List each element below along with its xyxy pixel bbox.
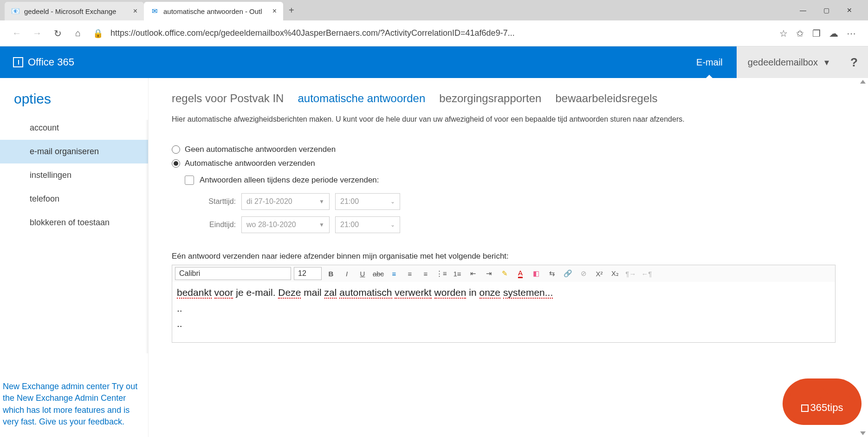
- outdent-button[interactable]: ⇤: [466, 267, 479, 280]
- editor-toolbar: Calibri 12 B I U abc ≡ ≡ ≡ ⋮≡ 1≡ ⇤ ⇥ ✎ A…: [172, 265, 835, 282]
- page-description: Hier automatische afwezigheidsberichten …: [172, 115, 849, 124]
- chevron-down-icon: ⌄: [390, 198, 395, 205]
- insert-link-button[interactable]: 🔗: [561, 267, 574, 280]
- tab-bezorgingsrapporten[interactable]: bezorgingsrapporten: [439, 92, 541, 105]
- superscript-button[interactable]: X²: [593, 267, 606, 280]
- rich-text-editor: Calibri 12 B I U abc ≡ ≡ ≡ ⋮≡ 1≡ ⇤ ⇥ ✎ A…: [172, 265, 836, 343]
- back-button[interactable]: ←: [6, 23, 27, 44]
- chevron-down-icon: ▼: [319, 222, 324, 228]
- bold-button[interactable]: B: [324, 267, 337, 280]
- radio-on[interactable]: Automatische antwoorden verzenden: [172, 159, 849, 168]
- number-list-button[interactable]: 1≡: [451, 267, 464, 280]
- scrollbar[interactable]: [859, 78, 867, 437]
- align-right-button[interactable]: ≡: [419, 267, 432, 280]
- sidebar-item-instellingen[interactable]: instellingen: [0, 163, 148, 187]
- editor-body[interactable]: bedankt voor je e-mail. Deze mail zal au…: [172, 282, 835, 342]
- indent-button[interactable]: ⇥: [482, 267, 495, 280]
- url-bar[interactable]: 🔒 https://outlook.office.com/ecp/gedeeld…: [93, 28, 775, 39]
- forward-button[interactable]: →: [27, 23, 47, 44]
- lock-icon: 🔒: [93, 28, 103, 39]
- office365-logo[interactable]: Office 365: [0, 56, 87, 68]
- start-label: Starttijd:: [199, 197, 236, 206]
- scroll-down-icon: [860, 431, 866, 435]
- end-date-select[interactable]: wo 28-10-2020 ▼: [241, 216, 330, 233]
- editor-label: Eén antwoord verzenden naar iedere afzen…: [172, 252, 849, 261]
- close-window-icon[interactable]: ✕: [845, 7, 854, 14]
- close-icon[interactable]: ×: [133, 7, 137, 15]
- align-center-button[interactable]: ≡: [403, 267, 416, 280]
- tab-title: gedeeld - Microsoft Exchange: [24, 7, 129, 15]
- chevron-down-icon: ▼: [319, 198, 324, 205]
- new-tab-button[interactable]: +: [283, 5, 300, 16]
- radio-off[interactable]: Geen automatische antwoorden verzenden: [172, 145, 849, 154]
- sidebar: opties account e-mail organiseren instel…: [0, 78, 149, 437]
- sidebar-footer-link[interactable]: New Exchange admin center Try out the Ne…: [3, 381, 139, 428]
- font-size-select[interactable]: 12: [294, 267, 322, 280]
- radio-checked-icon: [172, 159, 180, 168]
- window-controls: — ▢ ✕: [798, 7, 863, 14]
- office-icon: [801, 404, 809, 412]
- browser-tab-1[interactable]: ✉ automatische antwoorden - Outl ×: [144, 2, 283, 20]
- start-time-select[interactable]: 21:00 ⌄: [335, 193, 400, 210]
- font-name-select[interactable]: Calibri: [175, 267, 291, 280]
- maximize-icon[interactable]: ▢: [822, 7, 831, 14]
- rtl-button[interactable]: ←¶: [640, 267, 653, 280]
- header-user-menu[interactable]: gedeeldemailbox ▾: [737, 46, 840, 78]
- content-tabs: regels voor Postvak IN automatische antw…: [172, 92, 849, 105]
- office-icon: [13, 57, 23, 67]
- end-time-row: Eindtijd: wo 28-10-2020 ▼ 21:00 ⌄: [199, 216, 849, 233]
- browser-tab-0[interactable]: 📧 gedeeld - Microsoft Exchange ×: [5, 2, 144, 20]
- scroll-up-icon: [860, 80, 866, 84]
- browser-nav-bar: ← → ↻ ⌂ 🔒 https://outlook.office.com/ecp…: [0, 20, 868, 46]
- refresh-button[interactable]: ↻: [47, 23, 68, 44]
- ltr-button[interactable]: ¶→: [624, 267, 637, 280]
- font-color-button[interactable]: A: [514, 267, 527, 280]
- home-button[interactable]: ⌂: [68, 23, 88, 44]
- end-time-select[interactable]: 21:00 ⌄: [335, 216, 400, 233]
- tab-strip: 📧 gedeeld - Microsoft Exchange × ✉ autom…: [0, 0, 868, 20]
- minimize-icon[interactable]: —: [798, 7, 808, 14]
- highlight-button[interactable]: ✎: [498, 267, 511, 280]
- content-area: regels voor Postvak IN automatische antw…: [149, 78, 868, 437]
- subscript-button[interactable]: X₂: [609, 267, 622, 280]
- outlook-favicon: ✉: [150, 7, 159, 15]
- star-outline-icon[interactable]: ☆: [779, 28, 788, 39]
- clear-format-button[interactable]: ◧: [530, 267, 543, 280]
- header-email-link[interactable]: E-mail: [682, 46, 737, 78]
- sidebar-item-telefoon[interactable]: telefoon: [0, 187, 148, 211]
- collections-icon[interactable]: ❐: [812, 28, 821, 39]
- close-icon[interactable]: ×: [272, 7, 277, 15]
- sidebar-item-blokkeren[interactable]: blokkeren of toestaan: [0, 211, 148, 235]
- cloud-sync-icon[interactable]: ☁: [829, 28, 838, 39]
- tab-bewaarbeleidsregels[interactable]: bewaarbeleidsregels: [555, 92, 657, 105]
- favorites-icon[interactable]: ✩: [796, 28, 804, 39]
- start-time-row: Starttijd: di 27-10-2020 ▼ 21:00 ⌄: [199, 193, 849, 210]
- italic-button[interactable]: I: [340, 267, 353, 280]
- brand-label: Office 365: [28, 56, 74, 68]
- checkbox-period[interactable]: Antwoorden alleen tijdens deze periode v…: [185, 176, 849, 185]
- chevron-down-icon: ▾: [824, 57, 829, 68]
- sidebar-scroll-indicator: [145, 120, 148, 353]
- help-button[interactable]: ?: [840, 46, 868, 78]
- tips-badge[interactable]: 365tips: [783, 378, 862, 425]
- chevron-down-icon: ⌄: [390, 222, 395, 228]
- office365-header: Office 365 E-mail gedeeldemailbox ▾ ?: [0, 46, 868, 78]
- end-label: Eindtijd:: [199, 221, 236, 229]
- url-text: https://outlook.office.com/ecp/gedeeldem…: [110, 28, 775, 38]
- start-date-select[interactable]: di 27-10-2020 ▼: [241, 193, 330, 210]
- mail-favicon: 📧: [11, 7, 19, 15]
- radio-icon: [172, 145, 180, 154]
- checkbox-icon: [185, 176, 194, 185]
- strikethrough-button[interactable]: abc: [372, 267, 385, 280]
- more-icon[interactable]: ⋯: [847, 28, 856, 39]
- align-left-button[interactable]: ≡: [388, 267, 401, 280]
- tab-title: automatische antwoorden - Outl: [163, 7, 268, 15]
- underline-button[interactable]: U: [356, 267, 369, 280]
- bullet-list-button[interactable]: ⋮≡: [435, 267, 448, 280]
- insert-rule-button[interactable]: ⇆: [545, 267, 558, 280]
- tab-automatische-antwoorden[interactable]: automatische antwoorden: [298, 92, 425, 105]
- remove-link-button[interactable]: ⊘: [577, 267, 590, 280]
- tab-regels[interactable]: regels voor Postvak IN: [172, 92, 284, 105]
- sidebar-item-email-organiseren[interactable]: e-mail organiseren: [0, 140, 148, 163]
- sidebar-item-account[interactable]: account: [0, 116, 148, 140]
